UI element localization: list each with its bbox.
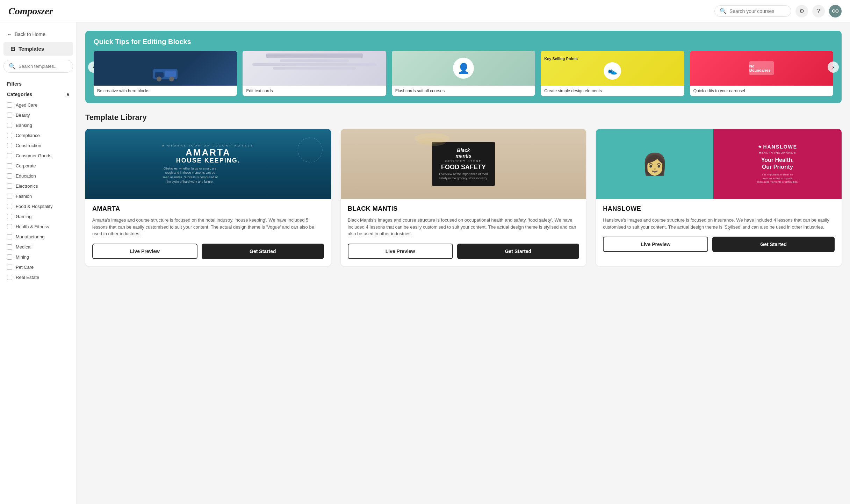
tip-card-2-img [243, 51, 386, 86]
tip-card-1-img [94, 51, 237, 86]
tips-banner: ‹ Quick Tips for Editing Blocks Be creat… [85, 31, 842, 103]
sidebar-item-pet-care[interactable]: Pet Care [0, 262, 77, 272]
sidebar-item-beauty[interactable]: Beauty [0, 110, 77, 120]
sidebar-item-food-&-hospitality[interactable]: Food & Hospitality [0, 201, 77, 211]
categories-list: Aged CareBeautyBankingComplianceConstruc… [0, 100, 77, 274]
category-label: Manufacturing [16, 234, 44, 239]
chevron-up-icon: ∧ [66, 92, 70, 97]
svg-rect-4 [165, 71, 176, 77]
category-label: Health & Fitness [16, 224, 49, 229]
sidebar-item-aged-care[interactable]: Aged Care [0, 100, 77, 110]
sidebar-item-gaming[interactable]: Gaming [0, 211, 77, 222]
svg-point-5 [298, 138, 322, 162]
course-search-input[interactable] [729, 8, 786, 14]
sidebar-item-medical[interactable]: Medical [0, 242, 77, 252]
category-checkbox[interactable] [7, 113, 12, 118]
templates-label: Templates [19, 46, 44, 52]
sidebar-item-electronics[interactable]: Electronics [0, 181, 77, 191]
sidebar-item-health-&-fitness[interactable]: Health & Fitness [0, 222, 77, 232]
sidebar-item-templates[interactable]: ⊞ Templates [3, 42, 73, 56]
category-checkbox[interactable] [7, 244, 12, 250]
svg-point-2 [157, 77, 161, 81]
sidebar-item-consumer-goods[interactable]: Consumer Goods [0, 151, 77, 161]
search-icon: 🔍 [720, 8, 727, 14]
template-card-blackmantis: Blackmantis GROCERY STORE FOOD SAFETY Ov… [341, 129, 586, 266]
category-checkbox[interactable] [7, 224, 12, 229]
category-label: Electronics [16, 183, 38, 189]
search-templates-bar[interactable]: 🔍 [3, 60, 73, 73]
tip-card-3-img: 👤 [392, 51, 535, 86]
tip-card-1[interactable]: Be creative with hero blocks [94, 51, 237, 96]
back-to-home-link[interactable]: ← Back to Home [0, 28, 77, 41]
sidebar-item-fashion[interactable]: Fashion [0, 191, 77, 201]
categories-header[interactable]: Categories ∧ [0, 89, 77, 100]
svg-point-3 [169, 77, 174, 81]
categories-label: Categories [7, 92, 32, 97]
tip-card-3[interactable]: 👤 Flashcards suit all courses [392, 51, 535, 96]
settings-button[interactable]: ⚙ [795, 5, 808, 17]
sidebar-item-real-estate[interactable]: Real Estate [0, 272, 77, 274]
help-button[interactable]: ? [812, 5, 825, 17]
tips-banner-title: Quick Tips for Editing Blocks [94, 38, 833, 46]
category-checkbox[interactable] [7, 214, 12, 219]
category-checkbox[interactable] [7, 143, 12, 148]
main-content: ‹ Quick Tips for Editing Blocks Be creat… [77, 22, 850, 274]
category-checkbox[interactable] [7, 163, 12, 168]
category-checkbox[interactable] [7, 123, 12, 128]
amarta-preview: A GLOBAL ICON OF LUXURY HOTELS AMARTA HO… [85, 129, 331, 199]
filters-title: Filters [0, 77, 77, 89]
amarta-preview-button[interactable]: Live Preview [92, 244, 197, 259]
tip-card-1-label: Be creative with hero blocks [94, 86, 237, 96]
blackmantis-name: BLACK MANTIS [348, 205, 579, 213]
sidebar-item-compliance[interactable]: Compliance [0, 130, 77, 141]
sidebar-item-construction[interactable]: Construction [0, 141, 77, 151]
blackmantis-info: BLACK MANTIS Black Mantis's images and c… [341, 199, 586, 266]
hanslowe-desc: Hanslowe's images and course structure i… [603, 217, 835, 230]
amarta-desc: Amarta's images and course structure is … [92, 217, 324, 237]
search-templates-icon: 🔍 [9, 63, 16, 70]
sidebar-item-banking[interactable]: Banking [0, 120, 77, 130]
tip-card-3-label: Flashcards suit all courses [392, 86, 535, 96]
tip-card-2[interactable]: Edit text cards [243, 51, 386, 96]
hanslowe-preview-button[interactable]: Live Preview [603, 237, 708, 252]
sidebar-item-education[interactable]: Education [0, 171, 77, 181]
tip-card-4-img: Key Selling Points 👟 [541, 51, 684, 86]
category-checkbox[interactable] [7, 153, 12, 158]
sidebar: ← Back to Home ⊞ Templates 🔍 Filters Cat… [0, 22, 77, 274]
category-checkbox[interactable] [7, 194, 12, 199]
grid-icon: ⊞ [10, 45, 15, 52]
tip-card-2-label: Edit text cards [243, 86, 386, 96]
category-label: Aged Care [16, 102, 37, 108]
sidebar-item-mining[interactable]: Mining [0, 252, 77, 262]
category-label: Fashion [16, 194, 32, 199]
search-templates-input[interactable] [19, 64, 68, 69]
template-card-hanslowe: 👩 HANSLOWE HEALTH INSURANCE Your Health,… [596, 129, 842, 266]
blackmantis-actions: Live Preview Get Started [348, 244, 579, 259]
banner-next-button[interactable]: › [828, 62, 839, 73]
category-label: Mining [16, 254, 29, 260]
tips-slides: Be creative with hero blocks [94, 51, 833, 96]
category-checkbox[interactable] [7, 183, 12, 189]
category-checkbox[interactable] [7, 254, 12, 260]
tip-card-4[interactable]: Key Selling Points 👟 Create simple desig… [541, 51, 684, 96]
tip-card-4-label: Create simple design elements [541, 86, 684, 96]
category-checkbox[interactable] [7, 173, 12, 179]
sidebar-item-manufacturing[interactable]: Manufacturing [0, 232, 77, 242]
blackmantis-preview-button[interactable]: Live Preview [348, 244, 453, 259]
course-search-bar[interactable]: 🔍 [714, 5, 791, 17]
category-checkbox[interactable] [7, 265, 12, 270]
sidebar-item-corporate[interactable]: Corporate [0, 161, 77, 171]
avatar[interactable]: CO [829, 5, 842, 17]
category-checkbox[interactable] [7, 234, 12, 239]
blackmantis-get-started-button[interactable]: Get Started [457, 244, 579, 259]
category-checkbox[interactable] [7, 102, 12, 108]
category-checkbox[interactable] [7, 204, 12, 209]
tip-card-5[interactable]: No Boundaries Quick edits to your carous… [690, 51, 833, 96]
category-label: Consumer Goods [16, 153, 51, 158]
amarta-get-started-button[interactable]: Get Started [202, 244, 324, 259]
amarta-actions: Live Preview Get Started [92, 244, 324, 259]
category-checkbox[interactable] [7, 133, 12, 138]
hanslowe-actions: Live Preview Get Started [603, 237, 835, 252]
hanslowe-get-started-button[interactable]: Get Started [712, 237, 835, 252]
back-icon: ← [7, 31, 12, 37]
